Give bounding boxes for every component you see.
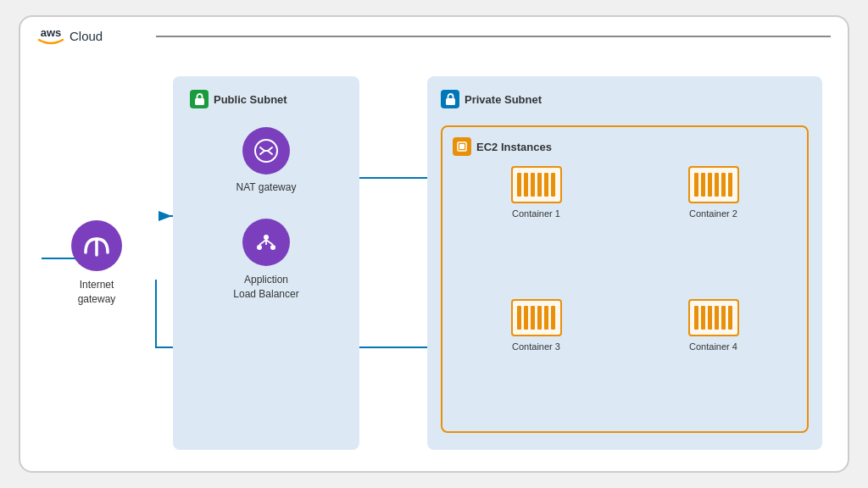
igw-icon xyxy=(71,220,122,271)
ec2-header: EC2 Instances xyxy=(453,137,797,156)
aws-text: aws xyxy=(41,27,62,38)
container-3-label: Container 3 xyxy=(512,341,560,352)
main-content: Internet gateway Public Subnet xyxy=(46,76,822,450)
public-subnet-lock-icon xyxy=(190,90,209,108)
top-border-line xyxy=(156,36,831,37)
svg-line-12 xyxy=(266,240,273,245)
aws-logo: aws xyxy=(37,27,64,45)
containers-grid: Container 1 xyxy=(453,166,797,421)
aws-cloud-label: aws Cloud xyxy=(37,27,103,45)
nat-icon xyxy=(242,127,290,175)
list-item: Container 3 xyxy=(453,299,620,422)
private-subnet-lock-icon xyxy=(441,90,459,108)
public-subnet: Public Subnet NAT gateway xyxy=(173,76,359,450)
container-3-icon xyxy=(511,299,562,336)
igw-label: Internet gateway xyxy=(78,278,116,307)
public-subnet-header: Public Subnet xyxy=(190,90,342,108)
aws-smile-icon xyxy=(37,38,64,45)
private-subnet-title: Private Subnet xyxy=(465,93,542,106)
alb-label: Appliction Load Balancer xyxy=(233,273,298,302)
list-item: Container 4 xyxy=(630,299,797,422)
svg-point-10 xyxy=(270,245,275,250)
list-item: Container 1 xyxy=(453,166,620,289)
svg-line-11 xyxy=(259,240,266,245)
svg-point-8 xyxy=(264,235,269,240)
list-item: Container 2 xyxy=(630,166,797,289)
nat-label: NAT gateway xyxy=(236,181,297,193)
svg-rect-14 xyxy=(446,98,455,105)
alb-section: Appliction Load Balancer xyxy=(190,219,342,302)
internet-gateway-section: Internet gateway xyxy=(46,220,147,307)
ec2-instances-box: EC2 Instances xyxy=(441,125,809,433)
ec2-title: EC2 Instances xyxy=(476,141,552,153)
nat-gateway-section: NAT gateway xyxy=(190,127,342,193)
container-1-label: Container 1 xyxy=(512,208,560,219)
container-2-label: Container 2 xyxy=(689,208,737,219)
svg-rect-5 xyxy=(195,98,204,105)
igw-symbol xyxy=(82,234,111,258)
public-subnet-title: Public Subnet xyxy=(214,93,287,106)
svg-point-9 xyxy=(257,245,262,250)
diagram-container: aws Cloud xyxy=(19,15,849,473)
container-2-icon xyxy=(688,166,739,203)
private-subnet: Private Subnet EC2 Instances xyxy=(427,76,822,450)
cloud-text: Cloud xyxy=(70,29,103,43)
ec2-icon xyxy=(453,137,471,156)
alb-icon xyxy=(242,219,290,266)
container-4-label: Container 4 xyxy=(689,341,737,352)
igw-text: Internet gateway xyxy=(78,279,116,305)
svg-rect-16 xyxy=(459,144,465,149)
container-1-icon xyxy=(511,166,562,203)
private-subnet-header: Private Subnet xyxy=(441,90,809,108)
container-4-icon xyxy=(688,299,739,336)
